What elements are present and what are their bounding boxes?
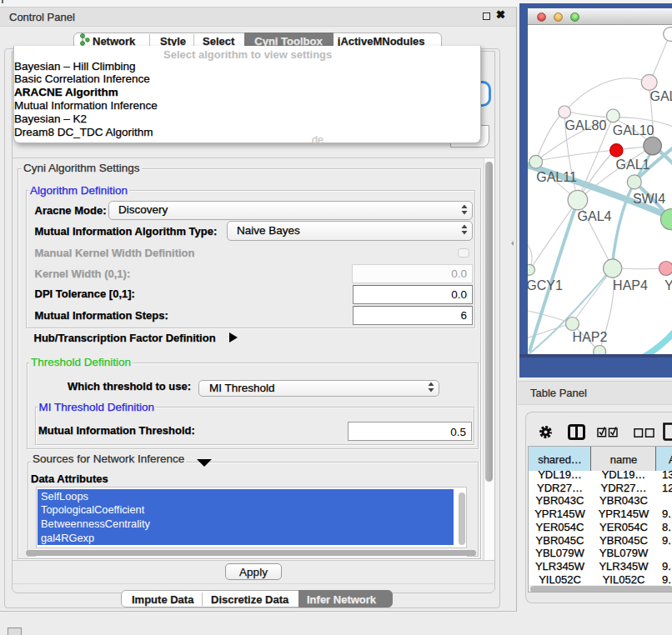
svg-text:GAL11: GAL11 bbox=[536, 170, 577, 184]
svg-text:GAL4: GAL4 bbox=[578, 209, 612, 223]
svg-text:Y: Y bbox=[664, 278, 672, 292]
svg-text:SWI4: SWI4 bbox=[633, 192, 665, 206]
svg-text:GAL1: GAL1 bbox=[616, 158, 650, 172]
svg-text:HAP2: HAP2 bbox=[573, 330, 608, 344]
svg-text:GCY1: GCY1 bbox=[528, 278, 563, 292]
svg-text:GAL7: GAL7 bbox=[650, 89, 672, 103]
svg-text:GAL80: GAL80 bbox=[565, 118, 607, 132]
svg-text:GAL10: GAL10 bbox=[613, 123, 654, 138]
svg-text:HAP4: HAP4 bbox=[613, 278, 648, 292]
